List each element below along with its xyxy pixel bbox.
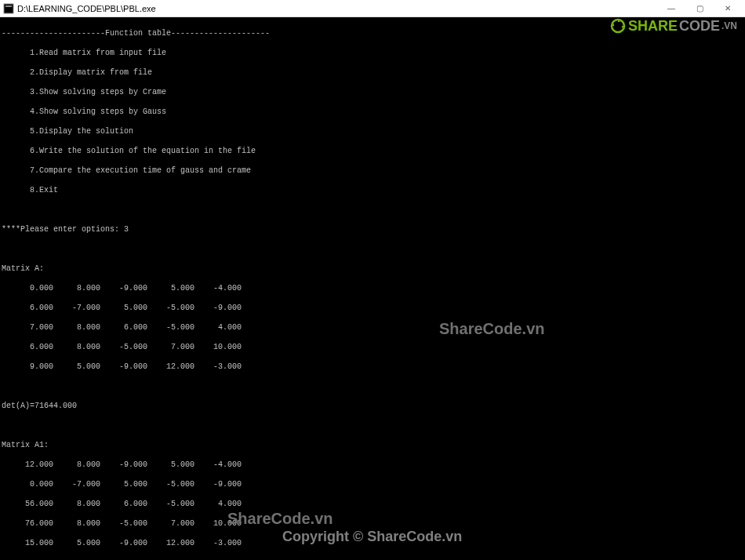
menu-item: 4.Show solving steps by Gauss — [2, 107, 743, 118]
minimize-button[interactable]: — — [657, 0, 685, 17]
matrix-label: Matrix A: — [2, 264, 743, 275]
matrix-row: 76.000 8.000 -5.000 7.000 10.000 — [2, 519, 743, 529]
title-bar: D:\LEARNING_CODE\PBL\PBL.exe — ▢ ✕ — [0, 0, 745, 17]
menu-item: 8.Exit — [2, 186, 743, 196]
matrix-row: 7.000 8.000 6.000 -5.000 4.000 — [2, 323, 743, 333]
matrix-row: 0.000 8.000 -9.000 5.000 -4.000 — [2, 284, 743, 294]
matrix-row: 15.000 5.000 -9.000 12.000 -3.000 — [2, 539, 743, 549]
determinant: det(A)=71644.000 — [2, 402, 743, 412]
matrix-row: 0.000 -7.000 5.000 -5.000 -9.000 — [2, 480, 743, 490]
logo-share: SHARE — [628, 18, 678, 35]
matrix-row: 12.000 8.000 -9.000 5.000 -4.000 — [2, 460, 743, 471]
menu-item: 6.Write the solution of the equation in … — [2, 147, 743, 157]
menu-item: 7.Compare the execution time of gauss an… — [2, 166, 743, 176]
matrix-row: 9.000 5.000 -9.000 12.000 -3.000 — [2, 362, 743, 373]
blank — [2, 205, 743, 216]
close-button[interactable]: ✕ — [714, 0, 742, 17]
logo-vn: .VN — [721, 20, 737, 31]
window-title: D:\LEARNING_CODE\PBL\PBL.exe — [17, 4, 657, 13]
console-output: ----------------------Function table----… — [0, 17, 745, 560]
window-controls: — ▢ ✕ — [657, 0, 742, 17]
menu-item: 3.Show solving steps by Crame — [2, 88, 743, 98]
blank — [2, 421, 743, 431]
menu-item: 2.Display matrix from file — [2, 68, 743, 78]
matrix-row: 56.000 8.000 6.000 -5.000 4.000 — [2, 500, 743, 510]
matrix-row: 6.000 8.000 -5.000 7.000 10.000 — [2, 343, 743, 353]
menu-item: 5.Display the solution — [2, 127, 743, 137]
options-prompt: ****Please enter options: 3 — [2, 225, 743, 235]
logo-code: CODE — [679, 18, 720, 35]
maximize-button[interactable]: ▢ — [685, 0, 714, 17]
watermark-logo: SHARECODE.VN — [609, 17, 737, 35]
matrix-row: 6.000 -7.000 5.000 -5.000 -9.000 — [2, 304, 743, 314]
recycle-icon — [609, 17, 627, 35]
blank — [2, 245, 743, 255]
menu-item: 1.Read matrix from input file — [2, 49, 743, 59]
matrix-label: Matrix A1: — [2, 441, 743, 451]
app-icon — [3, 3, 14, 14]
blank — [2, 382, 743, 392]
svg-rect-1 — [5, 5, 12, 7]
svg-rect-0 — [4, 4, 13, 13]
